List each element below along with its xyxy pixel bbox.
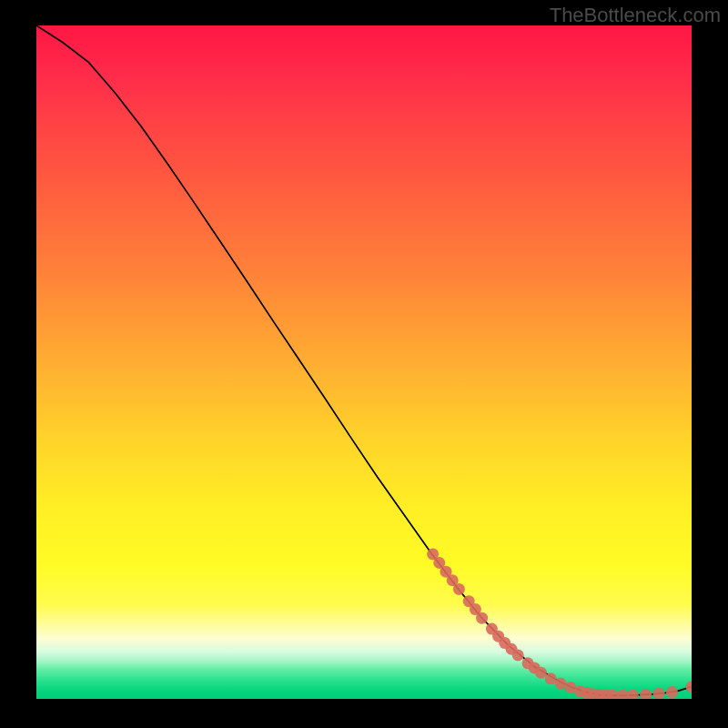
chart-plot-area (36, 25, 692, 699)
marker-point (535, 667, 547, 679)
marker-point (686, 681, 693, 693)
marker-point (627, 689, 639, 699)
marker-point (640, 689, 652, 699)
marker-point (476, 612, 488, 624)
marker-point (653, 688, 665, 699)
chart-svg (36, 25, 692, 699)
watermark-text: TheBottleneck.com (550, 4, 721, 27)
highlighted-points-group (427, 548, 692, 699)
marker-point (512, 649, 524, 661)
bottleneck-curve-line (36, 25, 692, 695)
marker-point (666, 686, 678, 698)
marker-point (453, 583, 465, 595)
